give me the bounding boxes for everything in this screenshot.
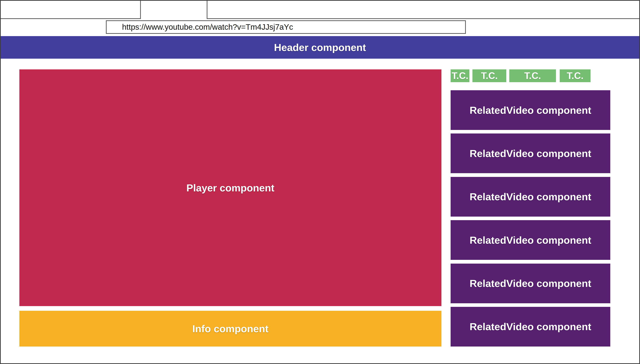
related-video-label: RelatedVideo component	[470, 148, 591, 159]
related-video-label: RelatedVideo component	[470, 191, 591, 202]
browser-tab-active[interactable]	[141, 0, 208, 19]
related-video-label: RelatedVideo component	[470, 321, 591, 332]
thumbnail-chip-1[interactable]: T.C.	[450, 70, 470, 82]
thumbnail-chip-label: T.C.	[452, 70, 468, 81]
related-video-label: RelatedVideo component	[470, 234, 591, 246]
url-text: https://www.youtube.com/watch?v=Tm4JJsj7…	[122, 22, 293, 32]
thumbnail-chip-2[interactable]: T.C.	[472, 70, 506, 82]
url-input[interactable]: https://www.youtube.com/watch?v=Tm4JJsj7…	[106, 20, 466, 34]
related-video-card[interactable]: RelatedVideo component	[450, 177, 610, 216]
related-video-label: RelatedVideo component	[470, 278, 591, 289]
thumbnail-chip-label: T.C.	[481, 70, 498, 81]
related-video-label: RelatedVideo component	[470, 104, 591, 116]
related-video-card[interactable]: RelatedVideo component	[450, 307, 610, 346]
header-label: Header component	[274, 42, 366, 53]
player-component: Player component	[19, 70, 442, 306]
player-label: Player component	[186, 182, 274, 194]
browser-tab-left[interactable]	[0, 0, 141, 19]
browser-tab-strip[interactable]	[208, 0, 640, 19]
info-label: Info component	[192, 323, 268, 334]
thumbnail-chip-4[interactable]: T.C.	[560, 70, 590, 82]
related-videos-column: RelatedVideo component RelatedVideo comp…	[450, 90, 610, 346]
thumbnail-chip-3[interactable]: T.C.	[509, 70, 556, 82]
related-video-card[interactable]: RelatedVideo component	[450, 90, 610, 130]
info-component: Info component	[19, 311, 442, 346]
page-canvas: https://www.youtube.com/watch?v=Tm4JJsj7…	[0, 0, 640, 364]
related-video-card[interactable]: RelatedVideo component	[450, 220, 610, 260]
thumbnail-chip-label: T.C.	[524, 70, 541, 81]
related-video-card[interactable]: RelatedVideo component	[450, 134, 610, 173]
related-video-card[interactable]: RelatedVideo component	[450, 264, 610, 303]
header-component: Header component	[0, 36, 640, 59]
thumbnail-chip-label: T.C.	[567, 70, 584, 81]
